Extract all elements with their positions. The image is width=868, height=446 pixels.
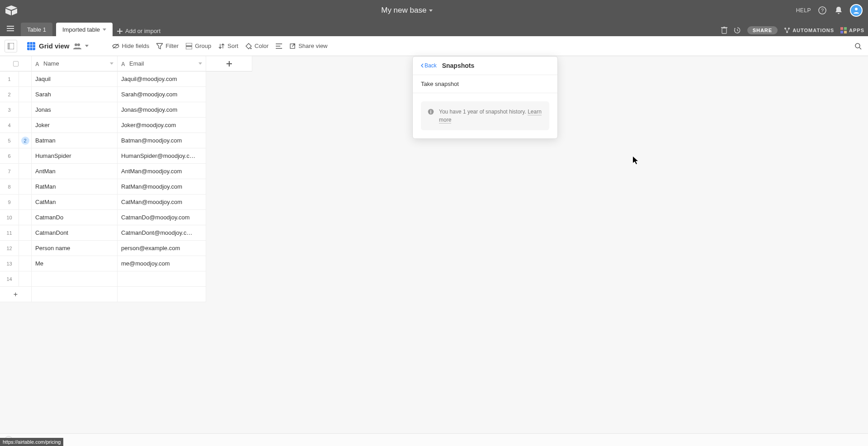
svg-rect-21 [844, 31, 847, 33]
sort-button[interactable]: Sort [218, 43, 238, 49]
user-avatar[interactable] [850, 4, 863, 17]
svg-rect-6 [7, 26, 14, 27]
svg-rect-18 [840, 27, 843, 30]
row-badge [19, 148, 32, 164]
tab-table-1[interactable]: Table 1 [21, 23, 52, 36]
cell-email[interactable]: Sarah@moodjoy.com [118, 87, 206, 102]
group-button[interactable]: Group [186, 43, 211, 49]
help-link[interactable]: HELP [796, 7, 811, 14]
row-number: 2 [0, 87, 19, 102]
cell-email[interactable]: me@moodjoy.com [118, 256, 206, 271]
svg-marker-1 [5, 9, 11, 15]
chevron-down-icon [103, 28, 106, 31]
tabs-bar: Table 1 Imported table Add or import SHA… [0, 21, 868, 36]
cell-email[interactable]: person@example.com [118, 241, 206, 256]
hide-fields-button[interactable]: Hide fields [112, 43, 150, 49]
cell-name[interactable]: RatMan [32, 179, 118, 195]
group-label: Group [195, 43, 211, 49]
cell-email[interactable]: HumanSpider@moodjoy.c… [118, 148, 206, 164]
cell-name[interactable]: CatmanDont [32, 225, 118, 241]
row-badge [19, 241, 32, 256]
people-icon [73, 43, 81, 49]
cell-name[interactable]: Joker [32, 118, 118, 133]
svg-marker-0 [5, 5, 17, 10]
back-button[interactable]: Back [421, 62, 437, 69]
svg-text:A: A [35, 61, 39, 66]
row-badge [19, 164, 32, 179]
cell-email[interactable] [118, 271, 206, 287]
svg-rect-19 [844, 27, 847, 30]
svg-point-40 [855, 43, 860, 48]
back-label: Back [425, 62, 437, 69]
cell-email[interactable]: Batman@moodjoy.com [118, 133, 206, 148]
svg-marker-2 [12, 9, 17, 15]
svg-point-35 [250, 47, 252, 49]
cell-email[interactable]: RatMan@moodjoy.com [118, 179, 206, 195]
cell-name[interactable]: Jonas [32, 102, 118, 118]
row-number: 10 [0, 210, 19, 225]
menu-icon[interactable] [4, 22, 17, 35]
cell-name[interactable]: Sarah [32, 87, 118, 102]
tab-imported-table[interactable]: Imported table [56, 23, 113, 36]
svg-text:i: i [430, 109, 432, 114]
notifications-icon[interactable] [834, 5, 844, 15]
column-header-email[interactable]: AEmail [118, 56, 206, 71]
share-button[interactable]: SHARE [747, 26, 778, 34]
cell-email[interactable]: AntMan@moodjoy.com [118, 164, 206, 179]
row-number: 3 [0, 102, 19, 118]
cell-name[interactable] [32, 271, 118, 287]
color-button[interactable]: Color [245, 43, 269, 49]
filter-button[interactable]: Filter [156, 43, 179, 49]
column-header-name[interactable]: AName [32, 56, 118, 71]
cell-email[interactable]: CatmanDo@moodjoy.com [118, 210, 206, 225]
app-logo[interactable] [5, 4, 18, 17]
cell-name[interactable]: Batman [32, 133, 118, 148]
svg-rect-45 [226, 63, 232, 64]
row-number: 13 [0, 256, 19, 271]
cell-email[interactable]: CatMan@moodjoy.com [118, 195, 206, 210]
row-badge [19, 102, 32, 118]
svg-rect-20 [840, 31, 843, 33]
cell-name[interactable]: Jaquil [32, 71, 118, 87]
cell-name[interactable]: Me [32, 256, 118, 271]
share-view-button[interactable]: Share view [289, 43, 327, 49]
row-height-button[interactable] [276, 43, 282, 49]
chevron-down-icon [110, 62, 113, 65]
side-panel-toggle[interactable] [5, 40, 17, 52]
add-column-button[interactable] [206, 56, 252, 71]
cell-name[interactable]: Person name [32, 241, 118, 256]
cell-name[interactable]: CatMan [32, 195, 118, 210]
svg-rect-23 [8, 43, 10, 49]
cell-email[interactable]: CatmanDont@moodjoy.c… [118, 225, 206, 241]
history-icon[interactable] [734, 27, 741, 34]
svg-marker-48 [633, 157, 638, 164]
base-title[interactable]: My new base [18, 6, 796, 15]
automations-button[interactable]: AUTOMATIONS [784, 27, 834, 33]
cell-name[interactable]: HumanSpider [32, 148, 118, 164]
svg-rect-12 [721, 27, 727, 28]
apps-button[interactable]: APPS [840, 27, 864, 33]
cell-email[interactable]: Joker@moodjoy.com [118, 118, 206, 133]
search-button[interactable] [854, 43, 862, 50]
cell-name[interactable]: AntMan [32, 164, 118, 179]
apps-label: APPS [849, 28, 864, 33]
view-switcher[interactable]: Grid view [27, 42, 89, 50]
add-or-import-button[interactable]: Add or import [117, 28, 160, 34]
tab-label: Table 1 [27, 26, 46, 33]
cell-name[interactable]: CatmanDo [32, 210, 118, 225]
cell-email[interactable]: Jonas@moodjoy.com [118, 102, 206, 118]
row-number: 7 [0, 164, 19, 179]
svg-rect-13 [723, 27, 725, 27]
row-badge [19, 71, 32, 87]
select-all-checkbox[interactable] [0, 56, 32, 71]
row-number: 11 [0, 225, 19, 241]
topbar-right: HELP ? [796, 4, 863, 17]
svg-point-5 [855, 8, 858, 10]
cell-email[interactable]: Jaquil@moodjoy.com [118, 71, 206, 87]
tab-label: Imported table [62, 26, 100, 33]
trash-icon[interactable] [721, 27, 727, 34]
row-badge: 2 [19, 133, 32, 148]
help-icon[interactable]: ? [817, 5, 827, 15]
chevron-down-icon [85, 45, 89, 47]
take-snapshot-button[interactable]: Take snapshot [413, 75, 557, 93]
